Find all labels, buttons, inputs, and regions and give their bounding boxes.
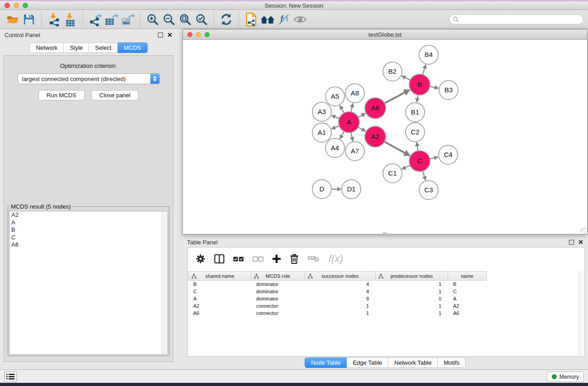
export-table-button[interactable] bbox=[103, 11, 120, 28]
tab-network[interactable]: Network bbox=[29, 43, 64, 53]
run-mcds-button[interactable]: Run MCDS bbox=[38, 90, 85, 100]
tab-edge-table[interactable]: Edge Table bbox=[347, 357, 388, 368]
criterion-dropdown[interactable]: largest connected component (directed) bbox=[18, 73, 160, 84]
node-B3[interactable]: B3 bbox=[439, 81, 458, 100]
tab-style[interactable]: Style bbox=[64, 43, 89, 53]
zoom-window-button[interactable] bbox=[23, 3, 28, 8]
node-A3[interactable]: A3 bbox=[312, 102, 331, 121]
network-document-button[interactable] bbox=[243, 11, 259, 28]
node-C[interactable]: C bbox=[409, 151, 430, 172]
close-panel-button[interactable]: Close panel bbox=[91, 90, 139, 100]
node-A5[interactable]: A5 bbox=[325, 87, 344, 106]
edge-C-C1[interactable] bbox=[402, 165, 410, 169]
edge-B-B2[interactable] bbox=[402, 76, 411, 80]
node-A4[interactable]: A4 bbox=[325, 138, 344, 157]
column-header-shared-name[interactable]: shared name bbox=[188, 271, 251, 281]
result-item[interactable]: A bbox=[10, 219, 167, 227]
minimize-window-button[interactable] bbox=[14, 3, 19, 8]
edge-B-B1[interactable] bbox=[417, 95, 418, 102]
import-network-button[interactable] bbox=[46, 11, 62, 28]
edge-A-A1[interactable] bbox=[332, 126, 339, 129]
node-A8[interactable]: A8 bbox=[345, 84, 364, 103]
edge-C-C2[interactable] bbox=[417, 143, 418, 151]
add-row-button[interactable] bbox=[272, 254, 281, 263]
close-panel-icon[interactable]: ✕ bbox=[167, 33, 172, 38]
table-row[interactable]: A6connector11A6 bbox=[188, 310, 487, 317]
node-B[interactable]: B bbox=[409, 74, 430, 95]
column-header-mcds-role[interactable]: MCDS role bbox=[251, 271, 305, 281]
save-session-button[interactable] bbox=[21, 11, 37, 28]
export-network-button[interactable] bbox=[87, 11, 103, 28]
houses-button[interactable] bbox=[259, 11, 276, 28]
eye-button[interactable] bbox=[292, 11, 308, 28]
node-B2[interactable]: B2 bbox=[383, 62, 402, 81]
show-columns-button[interactable] bbox=[214, 254, 225, 264]
node-A6[interactable]: A6 bbox=[365, 98, 386, 119]
network-window-titlebar[interactable]: testGlobe.txt bbox=[183, 29, 587, 40]
result-item[interactable]: B bbox=[10, 226, 167, 234]
float-panel-icon[interactable] bbox=[158, 33, 163, 38]
edge-C-C4[interactable] bbox=[430, 157, 438, 159]
unselect-all-columns-button[interactable] bbox=[253, 256, 263, 262]
edge-A2-C[interactable] bbox=[384, 142, 410, 156]
close-table-panel-icon[interactable]: ✕ bbox=[578, 240, 583, 245]
edge-A-A8[interactable] bbox=[351, 104, 353, 112]
edge-A-A4[interactable] bbox=[340, 131, 344, 139]
hide-function-button[interactable]: f bbox=[276, 11, 292, 28]
node-D1[interactable]: D1 bbox=[342, 180, 361, 199]
zoom-out-button[interactable] bbox=[161, 11, 177, 28]
tab-network-table[interactable]: Network Table bbox=[388, 357, 438, 368]
result-item[interactable]: A2 bbox=[10, 211, 167, 219]
delete-row-button[interactable] bbox=[290, 253, 299, 264]
column-header-successor-nodes[interactable]: successor nodes bbox=[305, 271, 376, 281]
edge-A-A7[interactable] bbox=[351, 133, 353, 141]
memory-button[interactable]: Memory bbox=[547, 372, 584, 382]
zoom-fit-button[interactable] bbox=[177, 11, 193, 28]
node-C3[interactable]: C3 bbox=[419, 181, 438, 200]
node-C1[interactable]: C1 bbox=[383, 164, 402, 183]
edge-A-A5[interactable] bbox=[340, 105, 344, 113]
table-row[interactable]: A2connector11A2 bbox=[188, 302, 487, 310]
column-header-name[interactable]: name bbox=[448, 271, 487, 281]
tab-motifs[interactable]: Motifs bbox=[438, 357, 466, 368]
edge-A-A3[interactable] bbox=[332, 115, 339, 119]
result-item[interactable]: C bbox=[10, 234, 167, 242]
close-network-button[interactable] bbox=[187, 32, 192, 37]
edge-C-C3[interactable] bbox=[423, 171, 425, 180]
zoom-network-button[interactable] bbox=[205, 32, 210, 37]
edge-A-A6[interactable] bbox=[358, 114, 365, 117]
table-row[interactable]: Bdominator41B bbox=[188, 281, 487, 288]
edge-B-B4[interactable] bbox=[423, 65, 426, 75]
table-settings-button[interactable] bbox=[196, 254, 206, 264]
node-A1[interactable]: A1 bbox=[312, 123, 331, 142]
tab-mcds[interactable]: MCDS bbox=[118, 43, 147, 53]
node-A7[interactable]: A7 bbox=[345, 142, 364, 161]
node-C4[interactable]: C4 bbox=[439, 145, 458, 164]
edge-B-B3[interactable] bbox=[430, 86, 439, 88]
result-scrollbar[interactable] bbox=[162, 211, 167, 354]
float-table-panel-icon[interactable] bbox=[569, 240, 574, 245]
task-history-button[interactable] bbox=[4, 372, 17, 382]
node-B1[interactable]: B1 bbox=[406, 103, 425, 122]
node-A[interactable]: A bbox=[339, 112, 359, 133]
result-item[interactable]: A6 bbox=[10, 241, 167, 249]
split-divider-handle[interactable] bbox=[382, 233, 387, 235]
close-window-button[interactable] bbox=[5, 3, 10, 8]
refresh-button[interactable] bbox=[218, 11, 234, 28]
column-header-predecessor-nodes[interactable]: predecessor nodes bbox=[376, 271, 448, 281]
minimize-network-button[interactable] bbox=[196, 32, 201, 37]
edge-A-A2[interactable] bbox=[358, 127, 365, 131]
edge-A6-B[interactable] bbox=[384, 90, 410, 104]
search-field[interactable] bbox=[449, 14, 583, 24]
tab-node-table[interactable]: Node Table bbox=[305, 357, 347, 368]
network-canvas-area[interactable]: B4B2BB3A5A8A6A3B1AA1C2A2A4A7C4CC1DD1C3 bbox=[183, 40, 587, 234]
node-A2[interactable]: A2 bbox=[365, 126, 386, 147]
import-table-button[interactable] bbox=[62, 11, 78, 28]
network-canvas[interactable]: B4B2BB3A5A8A6A3B1AA1C2A2A4A7C4CC1DD1C3 bbox=[183, 40, 587, 234]
open-session-button[interactable] bbox=[5, 11, 21, 28]
search-input[interactable] bbox=[460, 15, 583, 24]
tab-select[interactable]: Select bbox=[89, 43, 118, 53]
export-image-button[interactable] bbox=[120, 11, 136, 28]
table-row[interactable]: Cdominator41C bbox=[188, 288, 487, 295]
table-row[interactable]: Adominator80A bbox=[188, 295, 487, 302]
